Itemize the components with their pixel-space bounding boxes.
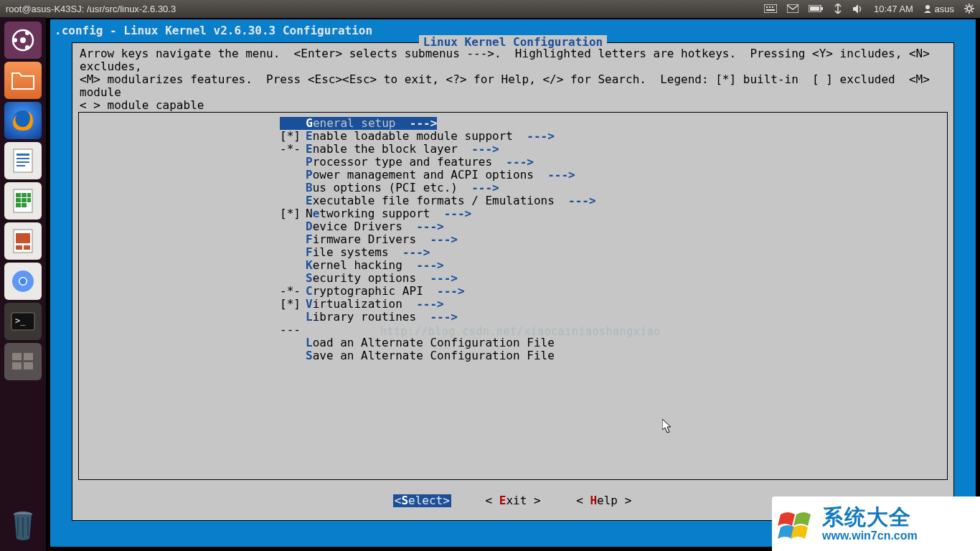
exit-button[interactable]: < Exit > — [484, 494, 542, 507]
battery-icon[interactable] — [809, 0, 823, 17]
network-icon[interactable] — [833, 0, 843, 17]
svg-rect-2 — [769, 6, 771, 8]
menu-item[interactable]: [*] Enable loadable module support ---> — [79, 130, 947, 143]
svg-point-23 — [25, 45, 29, 50]
menuconfig-help: Arrow keys navigate the menu. <Enter> se… — [72, 43, 953, 113]
svg-rect-26 — [17, 154, 29, 156]
menuconfig-outer-box: Linux Kernel Configuration Arrow keys na… — [72, 42, 954, 521]
svg-rect-7 — [821, 7, 823, 10]
menu-item[interactable]: General setup ---> — [79, 117, 947, 130]
svg-rect-36 — [27, 198, 31, 202]
launcher-terminal[interactable]: >_ — [4, 303, 42, 340]
clock[interactable]: 10:47 AM — [874, 0, 913, 17]
badge-text: 系统大全 — [822, 505, 918, 529]
svg-rect-0 — [764, 4, 777, 13]
menu-item[interactable]: [*] Virtualization ---> — [79, 298, 947, 311]
menu-item[interactable]: Library routines ---> — [79, 311, 947, 324]
svg-rect-8 — [810, 6, 819, 11]
svg-rect-51 — [24, 362, 33, 369]
svg-rect-42 — [24, 245, 30, 250]
menu-item[interactable]: Kernel hacking ---> — [79, 259, 947, 272]
svg-point-9 — [925, 5, 930, 9]
svg-rect-4 — [766, 9, 775, 11]
svg-line-17 — [971, 5, 973, 6]
svg-rect-31 — [16, 193, 21, 197]
svg-rect-38 — [22, 203, 27, 207]
svg-rect-27 — [17, 158, 29, 159]
svg-rect-41 — [16, 245, 22, 250]
svg-rect-29 — [17, 165, 25, 166]
svg-point-21 — [13, 38, 17, 42]
launcher-workspaces[interactable] — [4, 343, 42, 380]
svg-rect-33 — [27, 193, 31, 197]
menu-item[interactable]: -*- Cryptographic API ---> — [79, 285, 947, 298]
svg-rect-28 — [17, 161, 29, 163]
user-label: asus — [935, 4, 954, 14]
menu-item[interactable]: Processor type and features ---> — [79, 156, 947, 169]
svg-line-15 — [966, 5, 967, 6]
windows-logo-icon — [778, 504, 816, 543]
launcher-chromium[interactable] — [4, 263, 42, 300]
launcher-impress[interactable] — [4, 222, 42, 260]
launcher-dash[interactable] — [4, 22, 42, 59]
launcher-calc[interactable] — [4, 182, 42, 220]
help-button[interactable]: < Help > — [575, 494, 633, 507]
select-button[interactable]: <Select> — [393, 494, 451, 507]
menu-item[interactable]: Load an Alternate Configuration File — [79, 336, 947, 349]
menu-item[interactable]: Device Drivers ---> — [79, 220, 947, 233]
svg-point-10 — [967, 6, 971, 11]
menuconfig-box-title: Linux Kernel Configuration — [72, 36, 953, 43]
launcher-files[interactable] — [4, 62, 42, 99]
svg-rect-5 — [787, 4, 798, 13]
indicator-area: 10:47 AM asus — [764, 0, 974, 17]
menu-item[interactable]: [*] Networking support ---> — [79, 207, 947, 220]
menu-item[interactable]: File systems ---> — [79, 246, 947, 259]
svg-rect-37 — [16, 203, 21, 207]
menu-item[interactable]: Bus options (PCI etc.) ---> — [79, 182, 947, 194]
svg-rect-34 — [16, 198, 21, 202]
menuconfig-list-box: General setup --->[*] Enable loadable mo… — [78, 112, 948, 480]
svg-rect-35 — [22, 198, 27, 202]
keyboard-icon[interactable] — [764, 0, 777, 17]
launcher-firefox[interactable] — [4, 102, 42, 139]
svg-rect-25 — [14, 149, 32, 172]
user-menu[interactable]: asus — [923, 0, 954, 17]
svg-rect-48 — [12, 353, 22, 360]
corner-badge: 系统大全 www.win7cn.com — [772, 496, 980, 551]
menu-item[interactable]: Firmware Drivers ---> — [79, 233, 947, 246]
svg-point-22 — [25, 31, 29, 35]
watermark-text: http://blog.csdn.net/xiaocainiaoshangxia… — [380, 325, 661, 338]
menu-item[interactable]: -*- Enable the block layer ---> — [79, 143, 947, 156]
menu-item[interactable]: Save an Alternate Configuration File — [79, 349, 947, 362]
svg-rect-32 — [22, 193, 27, 197]
svg-rect-1 — [766, 6, 768, 8]
launcher-trash[interactable] — [4, 507, 42, 544]
svg-rect-3 — [772, 6, 773, 8]
window-title: root@asus-K43SJ: /usr/src/linux-2.6.30.3 — [6, 4, 764, 14]
svg-text:>_: >_ — [15, 316, 26, 326]
badge-url: www.win7cn.com — [822, 529, 918, 542]
svg-point-20 — [20, 37, 26, 43]
menuconfig-screen: .config - Linux Kernel v2.6.30.3 Configu… — [50, 19, 976, 547]
svg-rect-40 — [16, 233, 30, 243]
launcher-writer[interactable] — [4, 142, 42, 179]
gear-icon[interactable] — [964, 0, 974, 17]
volume-icon[interactable] — [853, 0, 864, 17]
top-panel: root@asus-K43SJ: /usr/src/linux-2.6.30.3… — [0, 0, 980, 17]
svg-line-18 — [966, 11, 967, 12]
menu-item[interactable]: Executable file formats / Emulations ---… — [79, 194, 947, 207]
terminal-window: .config - Linux Kernel v2.6.30.3 Configu… — [46, 17, 980, 551]
menu-item[interactable]: Security options ---> — [79, 272, 947, 285]
svg-point-45 — [20, 278, 27, 285]
launcher: >_ — [0, 17, 46, 551]
svg-line-16 — [971, 11, 973, 12]
mail-icon[interactable] — [787, 0, 798, 17]
svg-rect-50 — [12, 362, 22, 369]
menu-item[interactable]: Power management and ACPI options ---> — [79, 169, 947, 182]
svg-rect-49 — [24, 353, 33, 360]
